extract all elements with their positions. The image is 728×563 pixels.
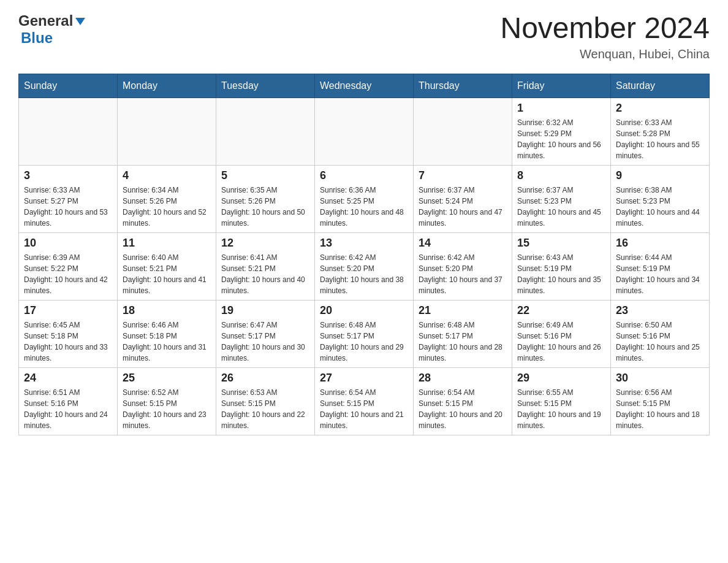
- day-cell: 26Sunrise: 6:53 AMSunset: 5:15 PMDayligh…: [216, 367, 315, 435]
- week-row-3: 10Sunrise: 6:39 AMSunset: 5:22 PMDayligh…: [19, 232, 710, 300]
- day-info: Sunrise: 6:42 AMSunset: 5:20 PMDaylight:…: [320, 252, 408, 296]
- day-info: Sunrise: 6:50 AMSunset: 5:16 PMDaylight:…: [616, 320, 704, 364]
- day-info: Sunrise: 6:53 AMSunset: 5:15 PMDaylight:…: [221, 387, 309, 431]
- day-info: Sunrise: 6:33 AMSunset: 5:28 PMDaylight:…: [616, 117, 704, 161]
- day-cell: 16Sunrise: 6:44 AMSunset: 5:19 PMDayligh…: [611, 232, 710, 300]
- day-number: 9: [616, 169, 704, 182]
- day-cell: 24Sunrise: 6:51 AMSunset: 5:16 PMDayligh…: [19, 367, 118, 435]
- day-info: Sunrise: 6:54 AMSunset: 5:15 PMDaylight:…: [320, 387, 408, 431]
- week-row-5: 24Sunrise: 6:51 AMSunset: 5:16 PMDayligh…: [19, 367, 710, 435]
- day-info: Sunrise: 6:39 AMSunset: 5:22 PMDaylight:…: [24, 252, 112, 296]
- week-row-2: 3Sunrise: 6:33 AMSunset: 5:27 PMDaylight…: [19, 165, 710, 232]
- day-cell: 2Sunrise: 6:33 AMSunset: 5:28 PMDaylight…: [611, 98, 710, 165]
- day-cell: 30Sunrise: 6:56 AMSunset: 5:15 PMDayligh…: [611, 367, 710, 435]
- week-row-4: 17Sunrise: 6:45 AMSunset: 5:18 PMDayligh…: [19, 300, 710, 367]
- day-cell: 29Sunrise: 6:55 AMSunset: 5:15 PMDayligh…: [512, 367, 611, 435]
- day-info: Sunrise: 6:33 AMSunset: 5:27 PMDaylight:…: [24, 185, 112, 229]
- header-cell-friday: Friday: [512, 74, 611, 98]
- day-number: 5: [221, 169, 309, 182]
- day-cell: 23Sunrise: 6:50 AMSunset: 5:16 PMDayligh…: [611, 300, 710, 367]
- svg-marker-0: [75, 18, 85, 25]
- day-cell: 14Sunrise: 6:42 AMSunset: 5:20 PMDayligh…: [414, 232, 512, 300]
- location-subtitle: Wenquan, Hubei, China: [500, 47, 710, 61]
- day-info: Sunrise: 6:42 AMSunset: 5:20 PMDaylight:…: [419, 252, 507, 296]
- header-row: SundayMondayTuesdayWednesdayThursdayFrid…: [19, 74, 710, 98]
- day-number: 20: [320, 304, 408, 317]
- day-cell: 28Sunrise: 6:54 AMSunset: 5:15 PMDayligh…: [414, 367, 512, 435]
- day-cell: [216, 98, 315, 165]
- day-number: 22: [517, 304, 605, 317]
- day-cell: 13Sunrise: 6:42 AMSunset: 5:20 PMDayligh…: [315, 232, 414, 300]
- day-info: Sunrise: 6:35 AMSunset: 5:26 PMDaylight:…: [221, 185, 309, 229]
- day-number: 4: [123, 169, 211, 182]
- header-cell-wednesday: Wednesday: [315, 74, 414, 98]
- day-cell: [315, 98, 414, 165]
- header-cell-sunday: Sunday: [19, 74, 118, 98]
- day-number: 12: [221, 237, 309, 250]
- day-cell: 7Sunrise: 6:37 AMSunset: 5:24 PMDaylight…: [414, 165, 512, 232]
- day-info: Sunrise: 6:51 AMSunset: 5:16 PMDaylight:…: [24, 387, 112, 431]
- day-number: 13: [320, 237, 408, 250]
- day-number: 27: [320, 372, 408, 385]
- day-number: 24: [24, 372, 112, 385]
- day-info: Sunrise: 6:32 AMSunset: 5:29 PMDaylight:…: [517, 117, 605, 161]
- day-number: 18: [123, 304, 211, 317]
- day-number: 30: [616, 372, 704, 385]
- day-number: 21: [419, 304, 507, 317]
- day-number: 17: [24, 304, 112, 317]
- day-info: Sunrise: 6:41 AMSunset: 5:21 PMDaylight:…: [221, 252, 309, 296]
- day-number: 8: [517, 169, 605, 182]
- logo-text-general: General: [18, 12, 73, 29]
- day-cell: [19, 98, 118, 165]
- day-info: Sunrise: 6:46 AMSunset: 5:18 PMDaylight:…: [123, 320, 211, 364]
- day-number: 26: [221, 372, 309, 385]
- day-cell: 25Sunrise: 6:52 AMSunset: 5:15 PMDayligh…: [118, 367, 216, 435]
- day-info: Sunrise: 6:48 AMSunset: 5:17 PMDaylight:…: [419, 320, 507, 364]
- day-cell: 15Sunrise: 6:43 AMSunset: 5:19 PMDayligh…: [512, 232, 611, 300]
- day-number: 25: [123, 372, 211, 385]
- logo-text-blue: Blue: [21, 29, 53, 46]
- month-title: November 2024: [500, 12, 710, 45]
- calendar-body: 1Sunrise: 6:32 AMSunset: 5:29 PMDaylight…: [19, 98, 710, 435]
- calendar-header: SundayMondayTuesdayWednesdayThursdayFrid…: [19, 74, 710, 98]
- day-cell: 1Sunrise: 6:32 AMSunset: 5:29 PMDaylight…: [512, 98, 611, 165]
- day-number: 11: [123, 237, 211, 250]
- day-info: Sunrise: 6:45 AMSunset: 5:18 PMDaylight:…: [24, 320, 112, 364]
- day-number: 19: [221, 304, 309, 317]
- day-cell: 6Sunrise: 6:36 AMSunset: 5:25 PMDaylight…: [315, 165, 414, 232]
- day-info: Sunrise: 6:49 AMSunset: 5:16 PMDaylight:…: [517, 320, 605, 364]
- page-header: General Blue November 2024 Wenquan, Hube…: [18, 12, 710, 61]
- logo: General Blue: [18, 12, 86, 47]
- day-number: 3: [24, 169, 112, 182]
- calendar-table: SundayMondayTuesdayWednesdayThursdayFrid…: [18, 74, 710, 435]
- day-info: Sunrise: 6:54 AMSunset: 5:15 PMDaylight:…: [419, 387, 507, 431]
- day-number: 16: [616, 237, 704, 250]
- day-cell: 11Sunrise: 6:40 AMSunset: 5:21 PMDayligh…: [118, 232, 216, 300]
- day-number: 10: [24, 237, 112, 250]
- day-info: Sunrise: 6:55 AMSunset: 5:15 PMDaylight:…: [517, 387, 605, 431]
- day-cell: 8Sunrise: 6:37 AMSunset: 5:23 PMDaylight…: [512, 165, 611, 232]
- day-info: Sunrise: 6:34 AMSunset: 5:26 PMDaylight:…: [123, 185, 211, 229]
- day-info: Sunrise: 6:37 AMSunset: 5:23 PMDaylight:…: [517, 185, 605, 229]
- header-cell-saturday: Saturday: [611, 74, 710, 98]
- day-number: 14: [419, 237, 507, 250]
- day-info: Sunrise: 6:40 AMSunset: 5:21 PMDaylight:…: [123, 252, 211, 296]
- day-info: Sunrise: 6:56 AMSunset: 5:15 PMDaylight:…: [616, 387, 704, 431]
- day-cell: 12Sunrise: 6:41 AMSunset: 5:21 PMDayligh…: [216, 232, 315, 300]
- day-number: 15: [517, 237, 605, 250]
- day-cell: 22Sunrise: 6:49 AMSunset: 5:16 PMDayligh…: [512, 300, 611, 367]
- day-number: 28: [419, 372, 507, 385]
- day-cell: 4Sunrise: 6:34 AMSunset: 5:26 PMDaylight…: [118, 165, 216, 232]
- day-info: Sunrise: 6:44 AMSunset: 5:19 PMDaylight:…: [616, 252, 704, 296]
- day-info: Sunrise: 6:37 AMSunset: 5:24 PMDaylight:…: [419, 185, 507, 229]
- day-info: Sunrise: 6:43 AMSunset: 5:19 PMDaylight:…: [517, 252, 605, 296]
- day-cell: 21Sunrise: 6:48 AMSunset: 5:17 PMDayligh…: [414, 300, 512, 367]
- day-info: Sunrise: 6:36 AMSunset: 5:25 PMDaylight:…: [320, 185, 408, 229]
- header-cell-monday: Monday: [118, 74, 216, 98]
- day-cell: 17Sunrise: 6:45 AMSunset: 5:18 PMDayligh…: [19, 300, 118, 367]
- day-number: 2: [616, 102, 704, 115]
- day-cell: 9Sunrise: 6:38 AMSunset: 5:23 PMDaylight…: [611, 165, 710, 232]
- day-cell: 3Sunrise: 6:33 AMSunset: 5:27 PMDaylight…: [19, 165, 118, 232]
- week-row-1: 1Sunrise: 6:32 AMSunset: 5:29 PMDaylight…: [19, 98, 710, 165]
- day-info: Sunrise: 6:52 AMSunset: 5:15 PMDaylight:…: [123, 387, 211, 431]
